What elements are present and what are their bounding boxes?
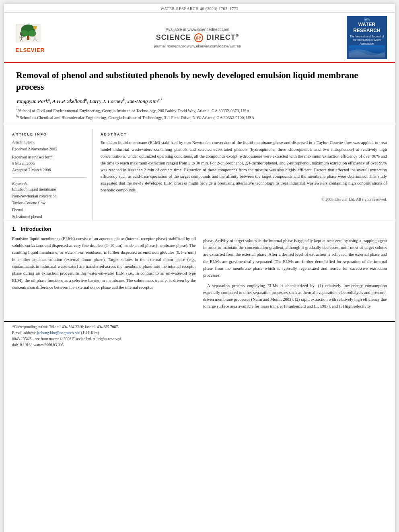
email-label: E-mail address:	[12, 331, 36, 335]
email-link[interactable]: jaehong.kim@ce.gatech.edu	[37, 331, 80, 335]
header-logos: ELSEVIER Available at www.sciencedirect.…	[4, 13, 395, 63]
introduction-section: 1. Introduction Emulsion liquid membrane…	[4, 220, 395, 317]
keyword-5: Substituted phenol	[12, 213, 86, 220]
center-header: Available at www.sciencedirect.com SCIEN…	[48, 27, 347, 48]
journal-bar: WATER RESEARCH 40 (2006) 1763–1772	[4, 4, 395, 13]
registered-mark: ®	[236, 33, 239, 38]
doi-footnote: doi:10.1016/j.watres.2006.03.005	[12, 342, 387, 348]
affiliation-b: bᵇSchool of Chemical and Biomolecular En…	[16, 114, 383, 121]
history-label: Article history:	[12, 140, 86, 146]
svg-point-5	[20, 33, 23, 35]
keywords-label: Keywords:	[12, 182, 86, 186]
intro-para-1: Emulsion liquid membranes (ELMs) consist…	[12, 235, 196, 291]
keywords-block: Keywords: Emulsion liquid membrane Non-N…	[12, 182, 86, 220]
email-footnote: E-mail address: jaehong.kim@ce.gatech.ed…	[12, 330, 387, 336]
intro-para-3: A separation process employing ELMs is c…	[203, 282, 387, 310]
elsevier-text: ELSEVIER	[12, 47, 48, 53]
section-title: Introduction	[21, 226, 51, 232]
corresponding-footnote: *Corresponding author. Tel.: +1 404 894 …	[12, 324, 387, 330]
journal-citation: WATER RESEARCH 40 (2006) 1763–1772	[160, 6, 239, 11]
authors: Yonggyun Parka, A.H.P. Skellandb, Larry …	[16, 98, 383, 105]
intro-para-2: phase. Activity of target solutes in the…	[203, 237, 387, 279]
svg-rect-4	[27, 36, 29, 40]
available-at-text: Available at www.sciencedirect.com	[48, 27, 347, 32]
keyword-2: Non-Newtonian conversion	[12, 193, 86, 199]
copyright-line: © 2005 Elsevier Ltd. All rights reserved…	[101, 197, 387, 201]
intro-right-col: phase. Activity of target solutes in the…	[203, 226, 387, 313]
affiliation-a: aᵃSchool of Civil and Environmental Engi…	[16, 107, 383, 114]
abstract-col: ABSTRACT Emulsion liquid membrane (ELM) …	[99, 129, 387, 220]
wr-box: IWA WATERRESEARCH The International Jour…	[347, 16, 387, 59]
received-date: Received 2 November 2005	[12, 146, 86, 152]
introduction-body: 1. Introduction Emulsion liquid membrane…	[12, 226, 387, 313]
article-history-block: Article history: Received 2 November 200…	[12, 140, 86, 173]
corresponding-text: *Corresponding author. Tel.: +1 404 894 …	[12, 325, 119, 329]
intro-left-text: Emulsion liquid membranes (ELMs) consist…	[12, 235, 196, 291]
keyword-1: Emulsion liquid membrane	[12, 186, 86, 193]
authors-names: Yonggyun Parka, A.H.P. Skellandb, Larry …	[16, 98, 162, 104]
water-research-logo: IWA WATERRESEARCH The International Jour…	[347, 16, 387, 59]
article-info-header: ARTICLE INFO	[12, 132, 86, 136]
intro-right-text: phase. Activity of target solutes in the…	[203, 237, 387, 310]
sciencedirect-logo: SCIENCE @ DIRECT®	[48, 33, 347, 42]
wr-subtitle-text: The International Journal ofthe Internat…	[349, 35, 385, 45]
at-icon: @	[194, 33, 203, 42]
affiliations: aᵃSchool of Civil and Environmental Engi…	[16, 107, 383, 121]
keyword-4: Phenol	[12, 206, 86, 213]
article-info-col: ARTICLE INFO Article history: Received 2…	[12, 129, 93, 220]
wr-wave-decoration	[349, 45, 385, 58]
iwa-label: IWA	[349, 18, 385, 22]
accepted-date: Accepted 7 March 2006	[12, 167, 86, 173]
info-divider	[12, 177, 86, 178]
abstract-header: ABSTRACT	[101, 132, 387, 136]
page: WATER RESEARCH 40 (2006) 1763–1772	[4, 4, 395, 532]
footnote-section: *Corresponding author. Tel.: +1 404 894 …	[4, 321, 395, 349]
elsevier-logo: ELSEVIER	[12, 22, 48, 53]
abstract-text: Emulsion liquid membrane (ELM) stabilize…	[101, 140, 387, 193]
article-title-section: Removal of phenol and substituted phenol…	[4, 63, 395, 125]
science-text: SCIENCE	[156, 33, 191, 41]
direct-text: DIRECT	[206, 33, 236, 41]
revised-date: Received in revised form5 March 2006	[12, 154, 86, 167]
journal-homepage-text: journal homepage: www.elsevier.com/locat…	[48, 44, 347, 48]
intro-heading: 1. Introduction	[12, 226, 196, 232]
email-name: (J.-H. Kim).	[81, 331, 100, 335]
main-content: ARTICLE INFO Article history: Received 2…	[4, 125, 395, 220]
keyword-3: Taylor–Couette flow	[12, 199, 86, 206]
intro-left-col: 1. Introduction Emulsion liquid membrane…	[12, 226, 196, 313]
elsevier-tree-icon	[12, 22, 44, 46]
issn-footnote: 0043-1354/$ - see front matter © 2006 El…	[12, 336, 387, 342]
article-title: Removal of phenol and substituted phenol…	[16, 70, 383, 92]
wr-title-text: WATERRESEARCH	[349, 22, 385, 33]
section-number: 1.	[12, 226, 16, 232]
